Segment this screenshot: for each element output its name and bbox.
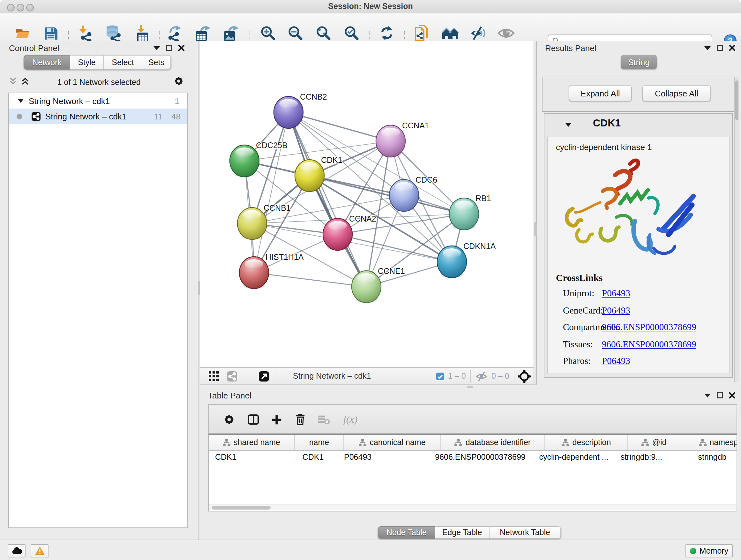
crosslink-value-link[interactable]: 9606.ENSP00000378699 [602, 339, 696, 349]
zoom-fit-button[interactable] [314, 23, 333, 44]
node-CCNB2[interactable] [274, 97, 303, 128]
tab-network[interactable]: Network [23, 55, 70, 70]
crosslink-label: Tissues: [563, 339, 602, 350]
network-collection-row[interactable]: String Network – cdk1 1 [9, 93, 187, 109]
node-CCNE1[interactable] [352, 271, 381, 303]
column-header-name[interactable]: name [295, 435, 344, 450]
node-HIST1H1A[interactable] [239, 257, 269, 289]
column-header-namespace[interactable]: namespace [680, 435, 737, 450]
table-row[interactable]: CDK1CDK1P064939606.ENSP00000378699cyclin… [209, 451, 737, 463]
results-scrollbar-thumb[interactable] [735, 80, 738, 120]
crosslink-value-link[interactable]: P06493 [602, 288, 630, 298]
delete-table-button[interactable] [316, 413, 331, 427]
results-tab-string[interactable]: String [621, 55, 657, 69]
tab-sets[interactable]: Sets [142, 55, 171, 70]
right-panel-divider[interactable] [534, 41, 537, 388]
node-CDK1[interactable] [295, 160, 324, 192]
import-network-button[interactable] [77, 23, 96, 44]
column-header-description[interactable]: description [545, 435, 628, 450]
network-view-toolbar: String Network – cdk1 1 – 0 0 – 0 [200, 367, 534, 384]
import-table-button[interactable] [133, 23, 152, 44]
network-row-selected[interactable]: String Network – cdk1 11 48 [9, 109, 187, 124]
gear-icon [223, 414, 235, 425]
node-CDKN1A[interactable] [437, 246, 467, 278]
share-document-button[interactable] [412, 23, 431, 44]
show-columns-button[interactable] [246, 413, 261, 427]
delete-column-button[interactable] [292, 413, 308, 427]
edge-CCNB2-HIST1H1A[interactable] [254, 112, 288, 273]
close-icon[interactable] [178, 45, 185, 51]
expand-all-button[interactable]: Expand All [569, 85, 632, 102]
export-image-button[interactable] [221, 23, 241, 44]
memory-button[interactable]: Memory [685, 544, 733, 557]
node-label-RB1: RB1 [475, 194, 491, 203]
node-label-CCNA1: CCNA1 [402, 121, 429, 130]
export-table-button[interactable] [193, 23, 212, 44]
right-divider-grip[interactable] [534, 222, 536, 236]
show-panels-button[interactable] [496, 23, 516, 44]
section-collapse-icon[interactable] [565, 123, 572, 127]
float-window-icon[interactable] [166, 45, 172, 51]
collapse-all-button[interactable]: Collapse All [642, 85, 711, 102]
float-window-icon[interactable] [717, 392, 723, 398]
table-export-icon [195, 24, 211, 42]
hide-panels-button[interactable] [468, 23, 488, 44]
birds-eye-grid-icon[interactable] [209, 371, 219, 381]
warning-status-button[interactable] [30, 544, 49, 557]
network-graph[interactable]: CCNB2CCNA1CDC25BCDK1CDC6RB1CCNB1CCNA2CDK… [200, 41, 534, 367]
crosslink-value-link[interactable]: 9606.ENSP00000378699 [602, 322, 696, 332]
tree-expand-icon[interactable] [18, 99, 23, 103]
tab-network-table[interactable]: Network Table [489, 526, 561, 539]
table-settings-button[interactable] [221, 413, 237, 427]
tab-select[interactable]: Select [104, 55, 142, 70]
node-CCNA2[interactable] [323, 219, 352, 250]
selected-checkbox-icon[interactable] [436, 372, 444, 381]
column-header-canonical-name[interactable]: canonical name [344, 435, 441, 450]
float-window-icon[interactable] [717, 45, 723, 51]
tab-edge-table[interactable]: Edge Table [435, 526, 489, 539]
columns-icon [247, 413, 260, 426]
collection-label: String Network – cdk1 [29, 96, 110, 106]
home-button[interactable] [441, 23, 460, 44]
tab-node-table[interactable]: Node Table [378, 526, 435, 539]
close-icon[interactable] [729, 45, 735, 51]
center-view-crosshair-icon[interactable] [518, 370, 531, 383]
chevron-down-icon[interactable] [704, 46, 711, 50]
node-RB1[interactable] [449, 198, 479, 230]
open-session-button[interactable] [13, 23, 32, 44]
create-column-button[interactable] [269, 413, 284, 427]
crosslink-value-link[interactable]: P06493 [602, 305, 630, 315]
node-CCNB1[interactable] [238, 207, 267, 240]
edge-HIST1H1A-CCNE1[interactable] [254, 273, 366, 287]
column-tree-icon [455, 439, 462, 446]
results-scrollbar[interactable] [734, 77, 739, 382]
cloud-status-button[interactable] [8, 544, 25, 557]
network-view-canvas[interactable]: CCNB2CCNA1CDC25BCDK1CDC6RB1CCNB1CCNA2CDK… [200, 41, 534, 367]
column-header-database-identifier[interactable]: database identifier [441, 435, 545, 450]
column-header-@id[interactable]: @id [628, 435, 680, 450]
zoom-out-button[interactable] [286, 23, 305, 44]
chevron-down-icon[interactable] [704, 393, 711, 397]
apply-layout-button[interactable] [377, 23, 396, 44]
zoom-selected-button[interactable] [342, 23, 361, 44]
node-CCNA1[interactable] [376, 125, 405, 157]
import-network-database-button[interactable] [104, 23, 123, 44]
close-icon[interactable] [729, 392, 735, 398]
netbar-separator [470, 370, 471, 382]
table-scrollbar-thumb[interactable] [212, 505, 271, 509]
crosslink-value-link[interactable]: P06493 [602, 356, 630, 366]
node-CDC6[interactable] [389, 179, 419, 211]
function-builder-button[interactable]: f(x) [340, 413, 361, 427]
node-CDC25B[interactable] [230, 145, 259, 177]
export-network-button[interactable] [165, 23, 185, 44]
share-network-button-icon[interactable] [226, 371, 238, 382]
save-session-button[interactable] [41, 23, 60, 44]
column-header-shared-name[interactable]: shared name [209, 435, 295, 450]
node-table[interactable]: shared namenamecanonical namedatabase id… [208, 434, 737, 511]
chevron-down-icon[interactable] [153, 46, 160, 50]
zoom-in-button[interactable] [259, 23, 278, 44]
tab-style[interactable]: Style [70, 55, 104, 70]
table-horizontal-scrollbar[interactable] [209, 504, 736, 510]
open-in-window-icon[interactable] [259, 371, 269, 382]
gear-icon[interactable] [174, 76, 184, 86]
